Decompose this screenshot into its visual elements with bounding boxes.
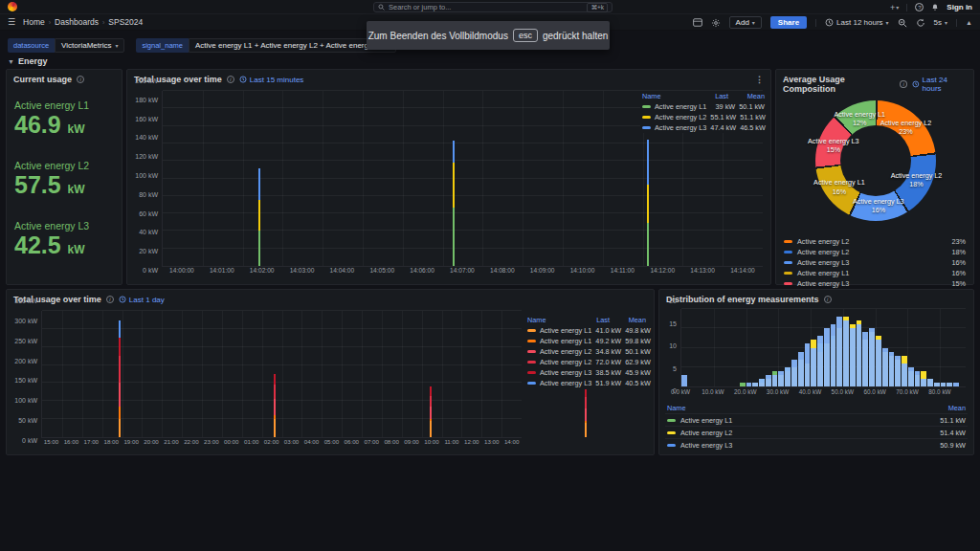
histogram-bar bbox=[798, 352, 804, 386]
bar-segment bbox=[585, 408, 587, 421]
legend-row[interactable]: Active energy L218% bbox=[782, 247, 968, 257]
legend-row[interactable]: Active energy L350.9 kW bbox=[665, 438, 968, 451]
info-icon[interactable]: i bbox=[824, 296, 832, 303]
info-icon[interactable]: i bbox=[900, 80, 907, 88]
legend-row[interactable]: Active energy L338.5 kW45.9 kW bbox=[525, 367, 648, 378]
legend-row[interactable]: Active energy L149.2 kW59.8 kW bbox=[525, 336, 648, 346]
signal-name-select[interactable]: Active energy L1 + Active energy L2 + Ac… bbox=[189, 38, 396, 53]
series-color-swatch bbox=[527, 382, 536, 385]
breadcrumb-dashboard-name[interactable]: SPS2024 bbox=[108, 17, 143, 27]
panels-icon[interactable] bbox=[693, 18, 702, 27]
legend-header-col[interactable]: Last bbox=[696, 92, 728, 100]
x-tick-label: 80.0 kW bbox=[928, 388, 950, 395]
histogram-bar bbox=[908, 367, 914, 386]
histogram-bin bbox=[869, 309, 875, 386]
share-button[interactable]: Share bbox=[770, 16, 807, 29]
time-range-picker[interactable]: Last 12 hours▾ bbox=[825, 18, 889, 27]
stat-active-energy-l3: Active energy L342.5 kW bbox=[14, 220, 114, 257]
x-tick-label: 01:00 bbox=[241, 438, 261, 445]
y-tick-label: 120 kW bbox=[135, 153, 158, 160]
donut-slice-label: Active energy L315% bbox=[798, 136, 869, 154]
sign-in-button[interactable]: Sign in bbox=[947, 3, 972, 11]
bar-segment bbox=[119, 407, 121, 419]
legend-row[interactable]: Active energy L251.4 kW bbox=[665, 426, 968, 438]
x-tick-label: 09:00 bbox=[402, 438, 422, 445]
legend-header-col[interactable]: Mean bbox=[613, 316, 646, 324]
series-color-swatch bbox=[642, 116, 651, 119]
menu-icon[interactable]: ☰ bbox=[8, 17, 15, 27]
y-tick-label: 140 kW bbox=[135, 134, 158, 141]
bar-segment bbox=[119, 320, 121, 339]
variable-label: datasource bbox=[8, 38, 55, 53]
grafana-logo-icon[interactable] bbox=[8, 2, 17, 11]
info-icon[interactable]: i bbox=[106, 296, 114, 303]
x-tick-label: 19:00 bbox=[122, 438, 142, 445]
legend-row[interactable]: Active energy L316% bbox=[782, 257, 968, 268]
histogram-bin bbox=[740, 309, 746, 386]
dashboard-variables: datasource VictoriaMetrics▾ signal_name … bbox=[8, 38, 396, 53]
histogram-bin bbox=[824, 309, 830, 386]
legend-value: 40.5 kW bbox=[625, 379, 651, 387]
legend-row[interactable]: Active energy L223% bbox=[782, 236, 968, 247]
refresh-interval-picker[interactable]: 5s▾ bbox=[934, 18, 947, 27]
legend-row[interactable]: Active energy L351.9 kW40.5 kW bbox=[525, 378, 648, 388]
legend-row[interactable]: Active energy L315% bbox=[782, 278, 968, 289]
x-tick-label: 10.0 kW bbox=[702, 388, 724, 395]
series-color-swatch bbox=[784, 240, 792, 243]
breadcrumb-dashboards[interactable]: Dashboards bbox=[55, 17, 99, 27]
legend-row[interactable]: Active energy L347.4 kW46.5 kW bbox=[640, 122, 767, 133]
legend-header-name[interactable]: Name bbox=[642, 92, 692, 100]
legend-series-name: Active energy L2 bbox=[527, 347, 591, 356]
x-tick-label: 07:00 bbox=[362, 438, 382, 445]
x-tick-label: 30.0 kW bbox=[767, 388, 789, 395]
refresh-icon[interactable] bbox=[916, 18, 925, 28]
histogram-bar bbox=[850, 328, 856, 386]
bell-icon[interactable] bbox=[931, 3, 939, 11]
collapse-toolbar-button[interactable]: ▲ bbox=[966, 19, 972, 26]
divider bbox=[956, 19, 957, 27]
histogram-bin bbox=[960, 309, 966, 386]
legend-header-col[interactable]: Mean bbox=[732, 92, 765, 100]
add-button[interactable]: Add▾ bbox=[729, 16, 762, 29]
bar-segment bbox=[453, 141, 455, 163]
info-icon[interactable]: i bbox=[77, 76, 84, 83]
bar-segment bbox=[585, 397, 587, 408]
legend-row[interactable]: Active energy L141.0 kW49.8 kW bbox=[525, 325, 648, 336]
legend-series-name: Active energy L3 bbox=[642, 123, 706, 132]
legend-row[interactable]: Active energy L255.1 kW51.1 kW bbox=[640, 112, 767, 122]
panel-menu-icon[interactable]: ⋮ bbox=[755, 75, 764, 84]
legend-row[interactable]: Active energy L234.8 kW50.1 kW bbox=[525, 346, 648, 357]
help-icon[interactable]: ? bbox=[915, 3, 924, 11]
histogram-bar bbox=[836, 317, 842, 386]
legend-header-name[interactable]: Name bbox=[527, 316, 573, 324]
legend-header-col[interactable]: Last bbox=[577, 316, 610, 324]
legend-row[interactable]: Active energy L139 kW50.1 kW bbox=[640, 101, 767, 112]
histogram-bar bbox=[772, 375, 778, 386]
histogram-bin bbox=[927, 309, 933, 386]
series-color-swatch bbox=[667, 444, 676, 447]
info-icon[interactable]: i bbox=[227, 76, 234, 83]
settings-gear-icon[interactable] bbox=[711, 18, 721, 28]
datasource-select[interactable]: VictoriaMetrics▾ bbox=[55, 38, 124, 53]
histogram-bar bbox=[681, 375, 687, 386]
legend-value: 51.9 kW bbox=[595, 379, 621, 387]
legend-row[interactable]: Active energy L116% bbox=[782, 268, 968, 278]
legend-header: NameMean bbox=[665, 402, 968, 413]
y-tick-label: 100 kW bbox=[135, 172, 158, 179]
legend-row[interactable]: Active energy L151.1 kW bbox=[665, 413, 968, 426]
time-range-link[interactable]: Last 1 day bbox=[119, 296, 165, 304]
x-tick-label: 60.0 kW bbox=[863, 388, 885, 395]
new-button[interactable]: +▾ bbox=[890, 3, 899, 12]
histogram-bar bbox=[752, 383, 758, 386]
row-header-energy[interactable]: ▼ Energy bbox=[8, 56, 47, 66]
histogram-bin bbox=[915, 309, 921, 386]
search-input[interactable]: Search or jump to... ⌘+k bbox=[373, 2, 612, 12]
legend-row[interactable]: Active energy L272.0 kW62.9 kW bbox=[525, 357, 648, 367]
time-range-link[interactable]: Last 15 minutes bbox=[239, 76, 303, 84]
histogram-bar bbox=[902, 364, 907, 386]
zoom-out-icon[interactable] bbox=[898, 18, 907, 28]
y-tick-label: 200 kW bbox=[135, 77, 158, 84]
breadcrumb-home[interactable]: Home bbox=[23, 17, 45, 27]
y-tick-label: 300 kW bbox=[14, 317, 37, 323]
y-tick-label: 160 kW bbox=[135, 115, 158, 121]
